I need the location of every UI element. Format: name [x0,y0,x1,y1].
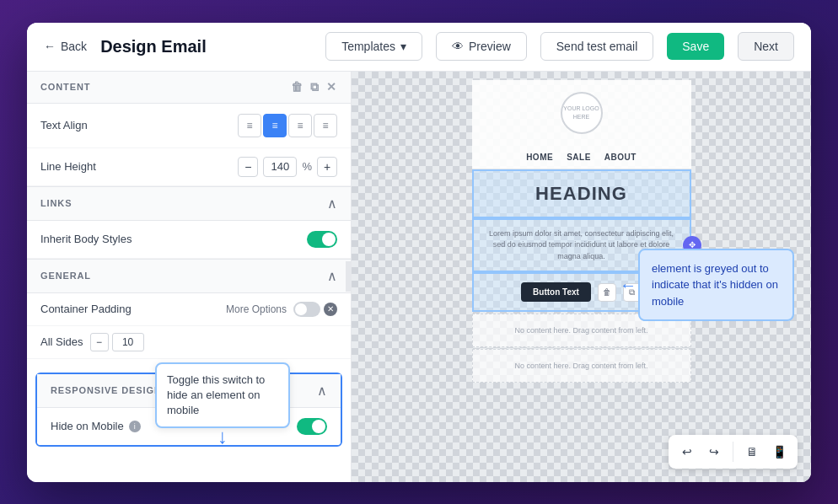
nav-home: HOME [526,153,553,162]
panel-collapse-button[interactable]: ❮ [346,261,352,292]
app-window: ← Back Design Email Templates ▾ 👁 Previe… [27,23,811,482]
hide-mobile-label-group: Hide on Mobile i [51,420,141,432]
preview-button[interactable]: 👁 Preview [436,32,527,61]
page-title: Design Email [100,37,207,56]
header: ← Back Design Email Templates ▾ 👁 Previe… [27,23,811,72]
canvas-area: YOUR LOGO HERE HOME SALE ABOUT HEADING L… [352,72,811,482]
align-justify-button[interactable]: ≡ [314,114,337,137]
nav-bar: HOME SALE ABOUT [472,146,691,169]
toolbar-separator [733,442,733,462]
all-sides-row: All Sides − [27,326,351,359]
content-section-label: CONTENT [40,82,90,92]
links-collapse-icon: ∧ [327,196,337,212]
undo-button[interactable]: ↩ [675,440,699,464]
templates-button[interactable]: Templates ▾ [325,32,422,61]
nav-sale: SALE [567,153,591,162]
tooltip-arrow-icon: ↓ [218,426,228,447]
left-panel: CONTENT 🗑 ⧉ ✕ Text Align ≡ ≡ ≡ ≡ [27,72,352,482]
email-preview: YOUR LOGO HERE HOME SALE ABOUT HEADING L… [472,80,691,383]
right-callout-arrow-icon: ← [620,272,637,298]
back-button[interactable]: ← Back [44,40,87,53]
line-height-control: − % + [238,157,337,177]
hide-mobile-label-text: Hide on Mobile [51,420,124,432]
container-padding-controls: More Options ✕ [226,302,337,317]
inherit-body-row: Inherit Body Styles [27,221,351,259]
sides-control: − [90,333,144,351]
inherit-body-toggle[interactable] [307,231,337,248]
eye-icon: 👁 [452,40,464,53]
save-button[interactable]: Save [667,33,724,60]
logo-circle: YOUR LOGO HERE [561,92,603,134]
line-height-row: Line Height − % + [27,148,351,186]
align-right-button[interactable]: ≡ [288,114,312,137]
text-align-row: Text Align ≡ ≡ ≡ ≡ [27,104,351,148]
send-test-button[interactable]: Send test email [540,32,654,61]
info-icon[interactable]: i [129,421,141,432]
padding-toggle-switch[interactable] [293,302,320,317]
responsive-collapse-icon: ∧ [317,383,327,399]
links-section-header[interactable]: LINKS ∧ [27,186,351,221]
links-section-label: LINKS [40,198,72,208]
align-buttons: ≡ ≡ ≡ ≡ [238,114,337,137]
back-arrow-icon: ← [44,40,56,53]
line-height-label: Line Height [40,160,96,173]
nav-about: ABOUT [604,153,637,162]
mobile-view-button[interactable]: 📱 [767,440,791,464]
text-align-label: Text Align [40,119,88,131]
right-callout-text: element is greyed out to indicate that i… [652,262,778,308]
right-callout: ← element is greyed out to indicate that… [638,249,794,322]
logo-area: YOUR LOGO HERE [472,80,691,146]
logo-text: YOUR LOGO HERE [562,105,601,120]
inherit-body-label: Inherit Body Styles [40,233,132,245]
tooltip-callout: Toggle this switch to hide an element on… [155,362,290,429]
container-padding-label: Container Padding [40,303,132,315]
general-collapse-icon: ∧ [327,268,337,284]
general-section-header[interactable]: GENERAL ∧ [27,259,351,293]
content-section-header: CONTENT 🗑 ⧉ ✕ [27,72,351,104]
redo-button[interactable]: ↪ [702,440,726,464]
container-padding-toggle: ✕ [293,302,337,317]
line-height-unit: % [302,160,312,173]
line-height-decrease-button[interactable]: − [238,157,258,177]
bottom-toolbar: ↩ ↪ 🖥 📱 [669,435,798,469]
align-center-button[interactable]: ≡ [263,114,287,137]
heading-area: HEADING [472,169,691,218]
desktop-view-button[interactable]: 🖥 [740,440,764,464]
tooltip-text: Toggle this switch to hide an element on… [167,373,265,416]
hide-mobile-toggle[interactable] [297,418,327,435]
more-options-link[interactable]: More Options [226,303,287,315]
back-label: Back [61,40,87,53]
trash-icon[interactable]: 🗑 [291,80,304,94]
delete-btn-icon[interactable]: 🗑 [598,283,616,302]
align-left-button[interactable]: ≡ [238,114,261,137]
line-height-input[interactable] [263,157,297,177]
all-sides-label: All Sides [40,335,83,348]
heading-text: HEADING [486,183,678,205]
sides-decrease-button[interactable]: − [90,333,109,351]
general-section-label: GENERAL [40,271,91,281]
empty-row-2: No content here. Drag content from left. [472,349,691,383]
line-height-increase-button[interactable]: + [317,157,337,177]
email-button[interactable]: Button Text [521,282,591,302]
padding-close-button[interactable]: ✕ [324,303,337,316]
container-padding-row: Container Padding More Options ✕ [27,293,351,326]
chevron-down-icon: ▾ [400,40,406,53]
copy-icon[interactable]: ⧉ [310,80,320,94]
close-icon[interactable]: ✕ [326,80,337,94]
next-button[interactable]: Next [738,32,794,61]
main-layout: CONTENT 🗑 ⧉ ✕ Text Align ≡ ≡ ≡ ≡ [27,72,811,482]
content-section-icons: 🗑 ⧉ ✕ [291,80,337,94]
responsive-section-label: RESPONSIVE DESIGN [51,385,162,395]
sides-value-input[interactable] [112,333,144,351]
